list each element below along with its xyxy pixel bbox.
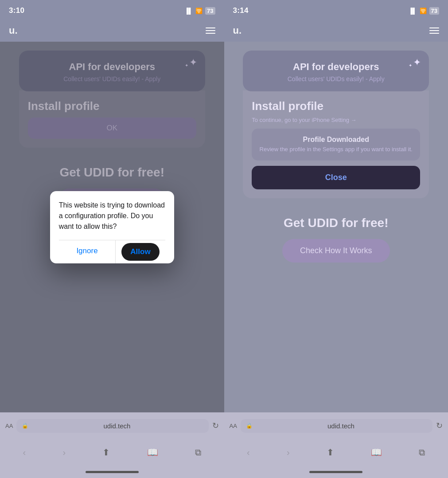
- hamburger-menu-left[interactable]: [206, 27, 215, 34]
- profile-downloaded-box: Profile Downloaded Review the profile in…: [252, 129, 420, 161]
- status-bar-right: 3:14 ▐▌ 🛜 73: [224, 0, 448, 20]
- back-icon-left[interactable]: ‹: [19, 444, 30, 461]
- forward-icon-left[interactable]: ›: [59, 444, 70, 461]
- install-section-right: Install profile To continue, go to your …: [243, 90, 429, 198]
- right-phone-panel: 3:14 ▐▌ 🛜 73 u. ✦ ✦ API for developers C…: [224, 0, 448, 478]
- status-icons-left: ▐▌ 🛜 73: [185, 7, 215, 15]
- dialog-actions: Ignore Allow: [59, 240, 165, 263]
- browser-aa-right[interactable]: AA: [230, 423, 237, 429]
- sparkle-icon-right: ✦: [413, 57, 421, 68]
- ignore-button[interactable]: Ignore: [59, 240, 116, 263]
- hamburger-line-2-right: [429, 30, 439, 31]
- reload-icon-right[interactable]: ↻: [436, 421, 443, 431]
- url-text-right: udid.tech: [255, 422, 427, 430]
- bottom-nav-left: ‹ › ⬆ 📖 ⧉: [0, 439, 224, 466]
- hamburger-line-3-right: [429, 33, 439, 34]
- status-icons-right: ▐▌ 🛜 73: [409, 7, 439, 15]
- back-icon-right[interactable]: ‹: [243, 444, 253, 461]
- page-bg-right: ✦ ✦ API for developers Collect users' UD…: [224, 42, 448, 412]
- browser-url-right[interactable]: 🔒 udid.tech: [241, 419, 432, 433]
- browser-bar-right: AA 🔒 udid.tech ↻: [224, 412, 448, 439]
- system-dialog: This website is trying to download a con…: [50, 191, 174, 263]
- api-subtitle-link-right[interactable]: Apply: [369, 75, 385, 82]
- home-bar-right: [309, 471, 362, 473]
- api-subtitle-right: Collect users' UDIDs easily! - Apply: [252, 75, 420, 82]
- signal-icon-left: ▐▌: [185, 8, 193, 14]
- api-title-right: API for developers: [252, 61, 420, 73]
- browser-url-left[interactable]: 🔒 udid.tech: [16, 419, 208, 433]
- status-bar-left: 3:10 ▐▌ 🛜 73: [0, 0, 224, 20]
- allow-button-wrap: Allow: [116, 240, 165, 263]
- forward-icon-right[interactable]: ›: [283, 444, 293, 461]
- battery-right: 73: [429, 7, 439, 15]
- profile-box-text: Review the profile in the Settings app i…: [259, 145, 413, 153]
- logo-right: u.: [233, 25, 242, 36]
- check-button-text-right: Check How It Works: [300, 246, 372, 255]
- wifi-icon-right: 🛜: [420, 8, 427, 14]
- check-button-right[interactable]: Check How It Works: [282, 239, 390, 263]
- home-indicator-left: [0, 466, 224, 478]
- lock-icon-left: 🔒: [22, 423, 28, 429]
- bottom-section-right: Get UDID for free! Check How It Works: [233, 203, 440, 271]
- tabs-icon-left[interactable]: ⧉: [191, 444, 205, 461]
- home-bar-left: [86, 471, 139, 473]
- hamburger-line-3: [206, 33, 215, 34]
- close-button[interactable]: Close: [252, 166, 420, 189]
- dialog-message: This website is trying to download a con…: [59, 200, 165, 232]
- status-time-left: 3:10: [9, 6, 24, 15]
- continue-text-right: To continue, go to your iPhone Setting →: [252, 117, 420, 123]
- status-time-right: 3:14: [233, 6, 249, 15]
- sparkle2-icon-right: ✦: [409, 63, 412, 68]
- page-content-left: ✦ ✦ API for developers Collect users' UD…: [0, 42, 224, 412]
- browser-bar-left: AA 🔒 udid.tech ↻: [0, 412, 224, 439]
- udid-title-right: Get UDID for free!: [242, 216, 431, 230]
- hamburger-line-1-right: [429, 27, 439, 28]
- api-subtitle-text-right: Collect users' UDIDs easily! -: [288, 75, 368, 82]
- wifi-icon-left: 🛜: [195, 8, 203, 14]
- hamburger-line-1: [206, 27, 215, 28]
- bookmarks-icon-left[interactable]: 📖: [144, 443, 162, 461]
- lock-icon-right: 🔒: [246, 423, 253, 429]
- share-icon-right[interactable]: ⬆: [323, 443, 338, 461]
- dialog-overlay-left: This website is trying to download a con…: [0, 42, 224, 412]
- install-title-right: Install profile: [252, 99, 420, 113]
- signal-icon-right: ▐▌: [409, 8, 417, 14]
- home-indicator-right: [224, 466, 448, 478]
- profile-box-title: Profile Downloaded: [259, 136, 413, 144]
- reload-icon-left[interactable]: ↻: [212, 421, 219, 431]
- share-icon-left[interactable]: ⬆: [99, 443, 113, 461]
- logo-left: u.: [9, 25, 18, 36]
- browser-aa-left[interactable]: AA: [5, 423, 13, 429]
- close-button-text: Close: [325, 173, 347, 182]
- api-card-right: ✦ ✦ API for developers Collect users' UD…: [243, 51, 429, 91]
- page-content-right: ✦ ✦ API for developers Collect users' UD…: [224, 42, 448, 412]
- hamburger-line-2: [206, 30, 215, 31]
- allow-button[interactable]: Allow: [121, 243, 159, 261]
- url-text-left: udid.tech: [31, 422, 203, 430]
- bottom-nav-right: ‹ › ⬆ 📖 ⧉: [224, 439, 448, 466]
- bookmarks-icon-right[interactable]: 📖: [367, 443, 386, 461]
- hamburger-menu-right[interactable]: [429, 27, 439, 34]
- nav-bar-left: u.: [0, 20, 224, 42]
- tabs-icon-right[interactable]: ⧉: [415, 444, 429, 461]
- battery-left: 73: [205, 7, 215, 15]
- nav-bar-right: u.: [224, 20, 448, 42]
- left-phone-panel: 3:10 ▐▌ 🛜 73 u. ✦ ✦ API for developers C…: [0, 0, 224, 478]
